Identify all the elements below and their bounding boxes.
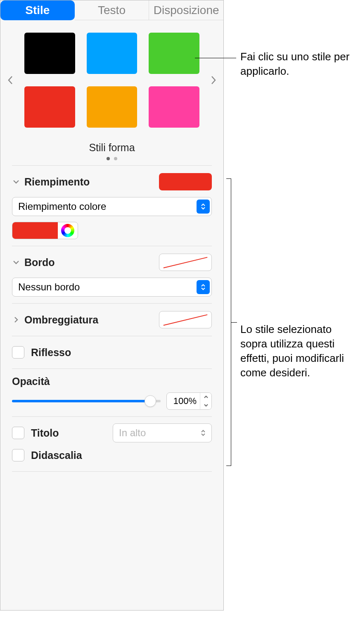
swatch-grid [15,33,209,128]
fill-section: Riempimento Riempimento colore [0,166,223,246]
opacity-step-up[interactable] [200,393,211,401]
swatches-next-button[interactable] [209,72,218,88]
svg-line-0 [164,257,207,268]
border-style-well[interactable] [159,254,212,271]
callout-bottom: Lo stile selezionato sopra utilizza ques… [240,322,356,380]
opacity-step-down[interactable] [200,401,211,409]
tab-bar: Stile Testo Disposizione [0,0,223,20]
swatches-prev-button[interactable] [5,72,15,88]
border-type-value: Nessun bordo [18,281,80,293]
chevron-right-icon[interactable] [12,316,20,324]
svg-line-1 [164,315,207,326]
style-swatches-area [0,20,223,132]
style-swatch-red[interactable] [24,86,75,128]
shadow-section: Ombreggiatura [0,304,223,336]
color-wheel-icon [61,224,74,237]
title-caption-section: Titolo In alto Didascalia [0,417,223,471]
popup-caret-icon [197,280,210,294]
opacity-slider[interactable] [12,395,161,407]
styles-label: Stili forma [0,142,223,154]
chevron-down-icon[interactable] [12,178,20,186]
fill-color-strip [12,222,78,239]
reflection-section: Riflesso [0,336,223,368]
opacity-section: Opacità [0,369,223,416]
dot-2[interactable] [114,157,117,160]
callout-tick [231,322,237,323]
tab-text[interactable]: Testo [75,0,149,20]
fill-label: Riempimento [24,176,90,188]
fill-type-popup[interactable]: Riempimento colore [12,197,212,216]
page-dots[interactable] [0,157,223,160]
style-swatch-black[interactable] [24,33,75,74]
fill-current-color[interactable] [12,222,58,239]
title-position-value: In alto [119,427,146,439]
popup-caret-icon [197,200,210,214]
fill-color-well[interactable] [159,173,212,190]
opacity-label: Opacità [12,375,212,387]
slider-thumb[interactable] [145,395,156,407]
style-swatch-green[interactable] [149,33,199,74]
border-section: Bordo Nessun bordo [0,246,223,303]
caption-checkbox[interactable] [12,449,24,461]
popup-caret-icon [197,426,210,440]
style-swatch-pink[interactable] [149,86,199,128]
border-type-popup[interactable]: Nessun bordo [12,278,212,297]
tab-style[interactable]: Stile [0,0,75,20]
reflection-checkbox[interactable] [12,346,24,359]
opacity-input[interactable] [167,396,200,406]
title-position-popup[interactable]: In alto [113,423,212,442]
tab-layout[interactable]: Disposizione [149,0,223,20]
shadow-label: Ombreggiatura [24,314,98,326]
format-panel: Stile Testo Disposizione Stili forma [0,0,224,611]
title-checkbox[interactable] [12,427,24,439]
reflection-label: Riflesso [31,347,71,359]
dot-1[interactable] [107,157,110,160]
border-label: Bordo [24,257,55,269]
shadow-style-well[interactable] [159,311,212,328]
style-swatch-orange[interactable] [87,86,138,128]
title-label: Titolo [31,427,59,439]
color-wheel-button[interactable] [58,222,78,239]
caption-label: Didascalia [31,449,82,461]
callout-top: Fai clic su uno stile per applicarlo. [240,50,352,78]
callout-bracket [226,178,231,466]
style-swatch-blue[interactable] [87,33,138,74]
opacity-field [166,392,212,410]
fill-type-value: Riempimento colore [18,201,106,212]
callout-line [195,58,236,58]
chevron-down-icon[interactable] [12,258,20,266]
